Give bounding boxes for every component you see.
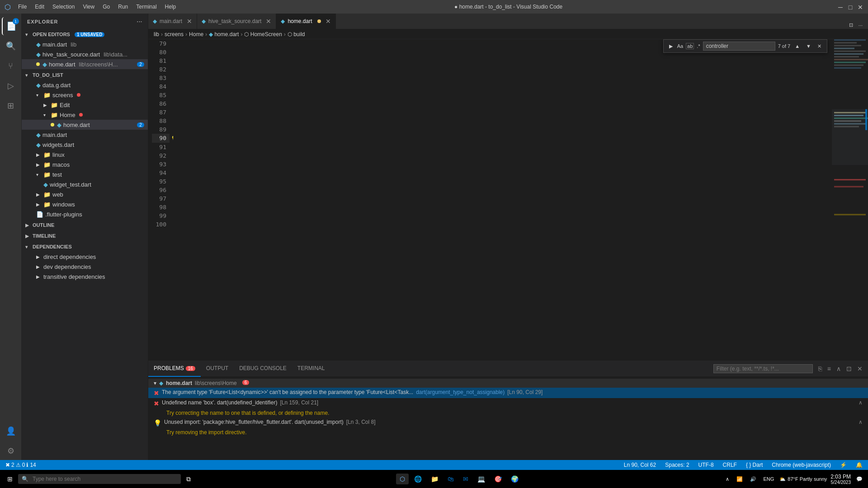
file-widget-test[interactable]: ◆ widget_test.dart [22,179,148,189]
menu-run[interactable]: Run [114,2,132,12]
dev-deps[interactable]: ▶ dev dependencies [22,262,148,272]
panel-filter-input[interactable] [713,364,813,373]
problem-warning-1[interactable]: 💡 Unused import: 'package:hive_flutter/h… [148,418,868,428]
activity-settings[interactable]: ⚙ [2,442,20,460]
menu-file[interactable]: File [14,2,30,12]
taskbar-dev-button[interactable]: 💻 [474,474,489,484]
status-spaces[interactable]: Spaces: 2 [663,462,691,468]
breadcrumb-lib[interactable]: lib [154,31,159,38]
status-bell-icon[interactable]: 🔔 [854,462,864,468]
folder-macos[interactable]: ▶ 📁 macos [22,160,148,169]
status-position[interactable]: Ln 90, Col 62 [622,462,658,468]
tab-close-hive[interactable]: ✕ [266,18,271,25]
breadcrumb-file[interactable]: ◆ home.dart [209,31,239,38]
more-actions-button[interactable]: ··· [857,22,864,29]
open-editors-header[interactable]: ▾ OPEN EDITORS 1 unsaved [22,29,148,39]
status-debug[interactable]: Chrome (web-javascript) [770,462,833,468]
sidebar-more-icon[interactable]: ··· [137,19,142,24]
folder-test[interactable]: ▾ 📁 test [22,169,148,179]
taskbar-chrome-button[interactable]: 🌍 [507,474,522,484]
file-widgets-dart[interactable]: ◆ widgets.dart [22,140,148,150]
problem-file-header[interactable]: ▾ ◆ home.dart lib\screens\Home 6 [148,379,868,388]
tray-notification-icon[interactable]: 💬 [854,476,864,482]
activity-search[interactable]: 🔍 [2,37,20,55]
find-input[interactable] [703,42,775,51]
tab-close-main[interactable]: ✕ [187,18,192,25]
taskbar-windows-store-button[interactable]: 🛍 [444,474,458,484]
maximize-button[interactable]: □ [847,4,854,10]
expand-icon-2[interactable]: ∧ [859,399,863,406]
status-line-ending[interactable]: CRLF [721,462,739,468]
activity-explorer[interactable]: 📄 1 [2,17,20,35]
close-button[interactable]: ✕ [857,4,863,10]
tab-home-dart[interactable]: ◆ home.dart ✕ [276,14,336,29]
folder-linux[interactable]: ▶ 📁 linux [22,150,148,160]
tab-main-dart[interactable]: ◆ main.dart ✕ [148,14,197,29]
menu-help[interactable]: Help [161,2,180,12]
panel-tab-problems[interactable]: PROBLEMS 16 [148,361,201,377]
panel-close-button[interactable]: ✕ [855,364,864,373]
panel-copy-button[interactable]: ⎘ [816,364,824,373]
find-prev-button[interactable]: ▲ [793,42,802,50]
file-data-g-dart[interactable]: ◆ data.g.dart [22,80,148,90]
open-editor-home-dart[interactable]: ◆ home.dart lib\screens\H... 2 [22,59,148,69]
tab-hive-dart[interactable]: ◆ hive_task_source.dart ✕ [197,14,276,29]
problem-error-1[interactable]: ✖ The argument type 'Future<List<dynamic… [148,388,868,398]
task-view-button[interactable]: ⧉ [183,474,194,485]
tray-language[interactable]: ENG [762,476,776,482]
weather-display[interactable]: ⛅ 87°F Partly sunny [779,476,827,482]
status-errors[interactable]: ✖ 2 ⚠ 0 ℹ 14 [4,462,38,468]
open-editor-hive-dart[interactable]: ◆ hive_task_source.dart lib\data... [22,49,148,59]
tab-close-home[interactable]: ✕ [326,18,331,25]
project-header[interactable]: ▾ TO_DO_LIST [22,70,148,80]
editor-lines[interactable]: 79 ], 80 ), // Column 81 [148,39,832,361]
split-editor-button[interactable]: ⊡ [847,21,855,29]
direct-deps[interactable]: ▶ direct dependencies [22,252,148,262]
breadcrumb-home-folder[interactable]: Home [189,31,203,38]
status-language[interactable]: { } Dart [744,462,764,468]
folder-web[interactable]: ▶ 📁 web [22,189,148,199]
file-main-dart[interactable]: ◆ main.dart [22,130,148,140]
panel-wrap-button[interactable]: ≡ [826,364,833,373]
transitive-deps[interactable]: ▶ transitive dependencies [22,272,148,282]
panel-tab-debug[interactable]: DEBUG CONSOLE [234,361,292,377]
timeline-header[interactable]: ▶ TIMELINE [22,231,148,241]
folder-screens[interactable]: ▾ 📁 screens [22,90,148,100]
activity-extensions[interactable]: ⊞ [2,97,20,115]
taskbar-vscode-button[interactable]: ⬡ [396,474,409,484]
start-button[interactable]: ⊞ [4,474,16,484]
panel-tab-output[interactable]: OUTPUT [201,361,234,377]
minimize-button[interactable]: ─ [837,4,844,10]
folder-windows[interactable]: ▶ 📁 windows [22,199,148,209]
file-home-dart[interactable]: ◆ home.dart 2 [22,120,148,130]
open-editor-main-dart[interactable]: ◆ main.dart lib [22,39,148,49]
breadcrumb-screens[interactable]: screens [165,31,184,38]
tray-expand-icon[interactable]: ∧ [724,476,731,482]
status-remote-icon[interactable]: ⚡ [838,462,849,468]
menu-edit[interactable]: Edit [31,2,48,12]
menu-terminal[interactable]: Terminal [132,2,160,12]
taskbar-explorer-button[interactable]: 📁 [427,474,442,484]
activity-run[interactable]: ▷ [2,77,20,95]
outline-header[interactable]: ▶ OUTLINE [22,220,148,230]
breadcrumb-method[interactable]: ⬡ build [288,31,305,38]
taskbar-search-input[interactable] [18,474,181,484]
expand-icon-warning[interactable]: ∧ [859,419,863,425]
dependencies-header[interactable]: ▾ DEPENDENCIES [22,242,148,252]
clock-display[interactable]: 2:03 PM 5/24/2023 [830,474,851,485]
tray-network-icon[interactable]: 📶 [735,476,745,482]
menu-view[interactable]: View [79,2,98,12]
menu-selection[interactable]: Selection [49,2,78,12]
status-encoding[interactable]: UTF-8 [697,462,716,468]
taskbar-app1-button[interactable]: 🎯 [491,474,505,484]
breadcrumb-class[interactable]: ⬡ HomeScreen [244,31,282,38]
problem-error-2[interactable]: ✖ Undefined name 'box'. dart(undefined_i… [148,398,868,408]
activity-source-control[interactable]: ⑂ [2,57,20,75]
taskbar-edge-button[interactable]: 🌐 [410,474,425,484]
activity-account[interactable]: 👤 [2,422,20,440]
menu-go[interactable]: Go [99,2,113,12]
tray-volume-icon[interactable]: 🔊 [748,476,758,482]
panel-collapse-button[interactable]: ∧ [835,364,843,373]
panel-tab-terminal[interactable]: TERMINAL [292,361,330,377]
find-toggle-button[interactable]: ▶ [667,42,675,50]
